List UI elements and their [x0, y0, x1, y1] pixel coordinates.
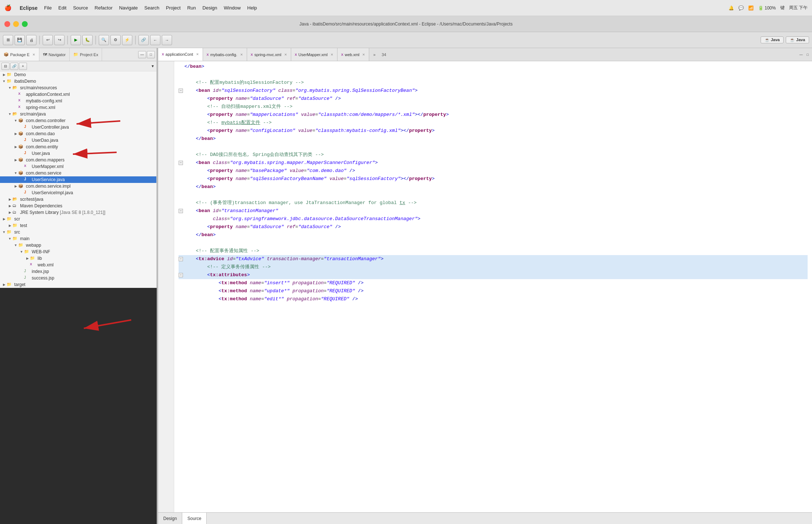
tree-item-ibatisdemo[interactable]: 📁 ibatisDemo [0, 78, 156, 85]
link-editor-btn[interactable]: 🔗 [10, 63, 18, 70]
tree-item-com-demo-service[interactable]: 📦 com.demo.service [0, 170, 156, 176]
folder-icon-webapp: 📁 [18, 243, 25, 248]
menu-run[interactable]: Run [187, 5, 196, 11]
toolbar-btn-7[interactable]: ⚡ [122, 35, 132, 45]
editor-tab-spring-mvc[interactable]: X spring-mvc.xml ✕ [247, 48, 291, 61]
tree-item-applicationcontext[interactable]: X applicationContext.xml [0, 91, 156, 98]
editor-minimize-btn[interactable]: — [798, 52, 804, 58]
new-btn[interactable]: + [19, 63, 27, 70]
tree-item-scr-test-java[interactable]: 📂 scr/test/java [0, 196, 156, 203]
menu-refactor[interactable]: Refactor [95, 5, 113, 11]
tree-item-userservice[interactable]: J UserService.java [0, 176, 156, 183]
fold-btn-sqlsession[interactable]: − [179, 89, 183, 93]
toolbar-btn-8[interactable]: 🔗 [138, 35, 149, 45]
tree-item-user[interactable]: J User.java [0, 150, 156, 157]
minimize-button[interactable] [13, 21, 19, 27]
editor-tab-mybatis-config[interactable]: X mybatis-config. ✕ [203, 48, 247, 61]
tree-item-jre-system[interactable]: 🗂 JRE System Library [Java SE 8 [1.8.0_1… [0, 209, 156, 216]
tab-close-springmvc[interactable]: ✕ [284, 53, 287, 56]
toolbar-btn-5[interactable]: ↪ [54, 35, 65, 45]
panel-tabs: 📦 Package E ✕ 🗺 Navigator 📁 Project Ex —… [0, 48, 156, 61]
menu-search[interactable]: Search [144, 5, 159, 11]
source-tab[interactable]: Source [182, 513, 207, 524]
tree-item-usercontroller[interactable]: J UserController.java [0, 124, 156, 130]
chat-icon[interactable]: 💬 [738, 5, 744, 11]
tree-item-maven-deps[interactable]: 🗂 Maven Dependencies [0, 203, 156, 209]
close-button[interactable] [4, 21, 10, 27]
fold-btn-txadvice[interactable]: − [179, 257, 183, 261]
menu-help[interactable]: Help [247, 5, 257, 11]
menu-design[interactable]: Design [203, 5, 217, 11]
apple-menu[interactable]: 🍎 [4, 4, 12, 11]
editor-tab-overflow[interactable]: » [369, 48, 379, 61]
editor-tab-usermapper[interactable]: X UserMapper.xml ✕ [291, 48, 337, 61]
tree-item-lib[interactable]: 📁 lib [0, 255, 156, 262]
tab-project-explorer[interactable]: 📁 Project Ex [70, 48, 102, 61]
notification-icon[interactable]: 🔔 [729, 5, 734, 11]
design-tab[interactable]: Design [158, 513, 182, 524]
arrow-src [1, 230, 7, 234]
panel-maximize-btn[interactable]: □ [147, 51, 155, 58]
menu-navigate[interactable]: Navigate [119, 5, 138, 11]
fold-btn-txmanager[interactable]: − [179, 209, 183, 213]
toolbar-btn-2[interactable]: 💾 [15, 35, 25, 45]
tree-item-mybatis-config[interactable]: X mybatis-config.xml [0, 98, 156, 104]
tree-item-demo[interactable]: 📁 Demo [0, 71, 156, 78]
tree-item-web-xml[interactable]: X web.xml [0, 262, 156, 268]
tab-navigator[interactable]: 🗺 Navigator [39, 48, 70, 61]
menu-edit[interactable]: Edit [58, 5, 66, 11]
tree-item-scr[interactable]: 📁 scr [0, 216, 156, 222]
toolbar-btn-4[interactable]: ↩ [43, 35, 53, 45]
collapse-all-btn[interactable]: ⊟ [1, 63, 9, 70]
toolbar-btn-debug[interactable]: 🐛 [82, 35, 93, 45]
tree-item-webapp[interactable]: 📁 webapp [0, 242, 156, 249]
tree-item-spring-mvc[interactable]: X spring-mvc.xml [0, 104, 156, 111]
editor-maximize-btn[interactable]: □ [805, 52, 811, 58]
tree-item-com-demo-entity[interactable]: 📦 com.demo.entity [0, 144, 156, 150]
fold-btn-txattributes[interactable]: − [179, 273, 183, 277]
tree-item-userdao[interactable]: J UserDao.java [0, 137, 156, 144]
view-java-1[interactable]: ☕ Java [761, 36, 784, 43]
tab-close-appcontext[interactable]: ✕ [196, 52, 199, 56]
tree-item-index-jsp[interactable]: J index.jsp [0, 268, 156, 275]
toolbar-btn-run[interactable]: ▶ [71, 35, 81, 45]
tree-item-src-main-resources[interactable]: 📂 src/main/resources [0, 85, 156, 91]
tree-item-test[interactable]: 📁 test [0, 222, 156, 229]
menu-window[interactable]: Window [224, 5, 241, 11]
toolbar-btn-6[interactable]: ⚙ [110, 35, 121, 45]
tree-item-main[interactable]: 📁 main [0, 235, 156, 242]
tree-item-com-demo-mappers[interactable]: 📦 com.demo.mappers [0, 157, 156, 163]
tab-package-explorer[interactable]: 📦 Package E ✕ [0, 48, 39, 61]
tree-item-target[interactable]: 📁 target [0, 281, 156, 288]
menu-source[interactable]: Source [73, 5, 88, 11]
tree-item-com-demo-dao[interactable]: 📦 com.demo.dao [0, 130, 156, 137]
tab-close-webxml[interactable]: ✕ [362, 53, 365, 56]
tree-item-src-main-java[interactable]: 📂 src/main/java [0, 111, 156, 117]
toolbar-btn-3[interactable]: 🖨 [26, 35, 36, 45]
view-java-2[interactable]: ☕ Java [786, 36, 809, 43]
tree-item-com-demo-service-impl[interactable]: 📦 com.demo.service.impl [0, 183, 156, 189]
tree-item-userserviceimpl[interactable]: J UserServiceImpl.java [0, 189, 156, 196]
tab-close-mybatis[interactable]: ✕ [240, 53, 243, 56]
fold-btn-mapper-scanner[interactable]: − [179, 161, 183, 165]
tree-item-src[interactable]: 📁 src [0, 229, 156, 235]
menu-file[interactable]: File [44, 5, 52, 11]
panel-minimize-btn[interactable]: — [138, 51, 146, 58]
toolbar-btn-1[interactable]: ⊞ [3, 35, 13, 45]
tree-item-web-inf[interactable]: 📁 WEB-INF [0, 249, 156, 255]
maximize-button[interactable] [22, 21, 28, 27]
editor-tab-applicationcontext[interactable]: X applicationCont ✕ [158, 48, 203, 61]
tree-item-com-demo-controller[interactable]: 📦 com.demo.controller [0, 117, 156, 124]
tree-item-success-jsp[interactable]: J success.jsp [0, 275, 156, 281]
tree-item-usermapper[interactable]: X UserMapper.xml [0, 163, 156, 170]
tab-icon-springmvc: X [251, 53, 253, 56]
editor-tab-webxml[interactable]: X web.xml ✕ [337, 48, 369, 61]
view-menu-btn[interactable]: ▼ [151, 63, 155, 70]
tab-close-usermapper[interactable]: ✕ [331, 53, 333, 56]
toolbar-btn-9[interactable]: ← [150, 35, 160, 45]
toolbar-btn-search[interactable]: 🔍 [99, 35, 109, 45]
code-content[interactable]: </bean> <!-- 配置mybatis的sqlSessionFactory… [174, 61, 812, 512]
toolbar-btn-10[interactable]: → [162, 35, 172, 45]
tab-package-close[interactable]: ✕ [32, 53, 35, 56]
menu-project[interactable]: Project [166, 5, 180, 11]
